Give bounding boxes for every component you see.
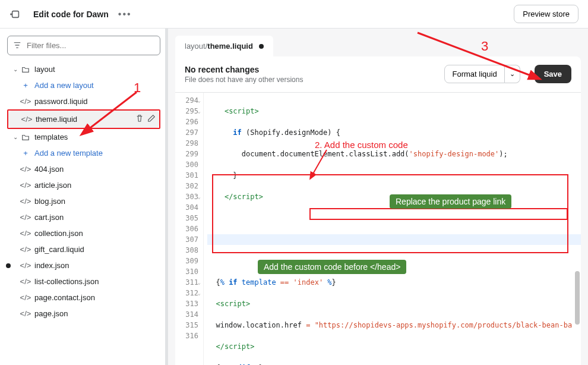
file-label: page.json — [34, 309, 68, 318]
code-file-icon: </> — [21, 115, 32, 124]
code-file-icon: </> — [20, 165, 31, 174]
file-label: blog.json — [34, 197, 65, 206]
add-layout-button[interactable]: + Add a new layout — [7, 77, 160, 93]
folder-templates[interactable]: ⌄ templates — [7, 129, 160, 145]
page-title: Edit code for Dawn — [33, 10, 109, 19]
folder-label: layout — [34, 65, 55, 74]
editor-scrollbar[interactable] — [575, 99, 580, 359]
file-list-collections-json[interactable]: </>list-collections.json — [7, 273, 160, 290]
plus-icon: + — [20, 81, 31, 90]
file-label: gift_card.liquid — [34, 245, 84, 254]
plus-icon: + — [20, 149, 31, 158]
chevron-down-icon: ⌄ — [11, 134, 20, 140]
svg-rect-0 — [12, 11, 19, 17]
code-file-icon: </> — [20, 293, 31, 302]
file-label: 404.json — [34, 165, 64, 174]
main-layout: ⌄ layout + Add a new layout </> password… — [0, 29, 588, 365]
folder-icon — [20, 133, 31, 141]
file-sidebar: ⌄ layout + Add a new layout </> password… — [0, 29, 168, 365]
editor-content: layout/theme.liquid No recent changes Fi… — [168, 29, 588, 365]
top-bar: Edit code for Dawn ••• Preview store — [0, 0, 588, 29]
preview-store-button[interactable]: Preview store — [514, 5, 578, 23]
code-file-icon: </> — [20, 229, 31, 238]
file-theme-liquid[interactable]: </> theme.liquid — [8, 111, 159, 128]
file-collection-json[interactable]: </>collection.json — [7, 225, 160, 241]
file-page-json[interactable]: </>page.json — [7, 306, 160, 322]
code-file-icon: </> — [20, 97, 31, 106]
add-layout-label: Add a new layout — [34, 81, 94, 90]
back-icon[interactable] — [10, 8, 21, 20]
changes-subtitle: File does not have any other versions — [185, 75, 303, 84]
unsaved-dot-icon — [6, 263, 11, 268]
file-404-json[interactable]: </>404.json — [7, 161, 160, 177]
folder-layout[interactable]: ⌄ layout — [7, 61, 160, 77]
filter-files-input[interactable] — [7, 36, 160, 55]
file-cart-json[interactable]: </>cart.json — [7, 209, 160, 225]
file-blog-json[interactable]: </>blog.json — [7, 193, 160, 209]
scrollbar-thumb[interactable] — [575, 271, 580, 325]
file-label: list-collections.json — [34, 277, 99, 286]
panel-header: No recent changes File does not have any… — [175, 56, 581, 93]
code-file-icon: </> — [20, 277, 31, 286]
tab-path: layout/ — [185, 42, 207, 51]
filter-icon — [13, 41, 21, 51]
code-file-icon: </> — [20, 181, 31, 190]
code-file-icon: </> — [20, 213, 31, 222]
changes-title: No recent changes — [185, 65, 303, 74]
file-password-liquid[interactable]: </> password.liquid — [7, 93, 160, 109]
file-gift-card-liquid[interactable]: </>gift_card.liquid — [7, 241, 160, 257]
file-label: password.liquid — [34, 97, 88, 106]
more-actions-icon[interactable]: ••• — [118, 9, 132, 20]
file-article-json[interactable]: </>article.json — [7, 177, 160, 193]
code-editor[interactable]: 294⌄ 295⌄ 296 297 298 299 300 301 302 30… — [175, 93, 581, 365]
unsaved-dot-icon — [259, 44, 264, 49]
folder-icon — [20, 65, 31, 74]
edit-icon[interactable] — [147, 114, 156, 124]
format-dropdown-button[interactable]: ⌄ — [505, 65, 520, 83]
format-liquid-button[interactable]: Format liquid — [444, 65, 504, 83]
line-gutter: 294⌄ 295⌄ 296 297 298 299 300 301 302 30… — [175, 93, 204, 365]
file-label: article.json — [34, 181, 71, 190]
add-template-label: Add a new template — [34, 149, 103, 158]
code-file-icon: </> — [20, 245, 31, 254]
editor-tab[interactable]: layout/theme.liquid — [175, 36, 273, 56]
code-file-icon: </> — [20, 261, 31, 270]
delete-icon[interactable] — [135, 114, 144, 124]
tab-filename: theme.liquid — [207, 42, 253, 51]
file-label: collection.json — [34, 229, 83, 238]
file-label: cart.json — [34, 213, 64, 222]
editor-panel: No recent changes File does not have any… — [175, 56, 581, 365]
file-page-contact-json[interactable]: </>page.contact.json — [7, 290, 160, 306]
file-index-json[interactable]: </>index.json — [7, 257, 160, 273]
file-label: page.contact.json — [34, 293, 95, 302]
code-file-icon: </> — [20, 197, 31, 206]
file-label: theme.liquid — [36, 115, 77, 124]
save-button[interactable]: Save — [535, 65, 571, 83]
add-template-button[interactable]: + Add a new template — [7, 145, 160, 161]
chevron-down-icon: ⌄ — [11, 66, 20, 73]
folder-label: templates — [34, 133, 68, 141]
code-file-icon: </> — [20, 309, 31, 318]
code-body[interactable]: <script> if (Shopify.designMode) { docum… — [204, 93, 581, 365]
file-label: index.json — [34, 261, 69, 270]
